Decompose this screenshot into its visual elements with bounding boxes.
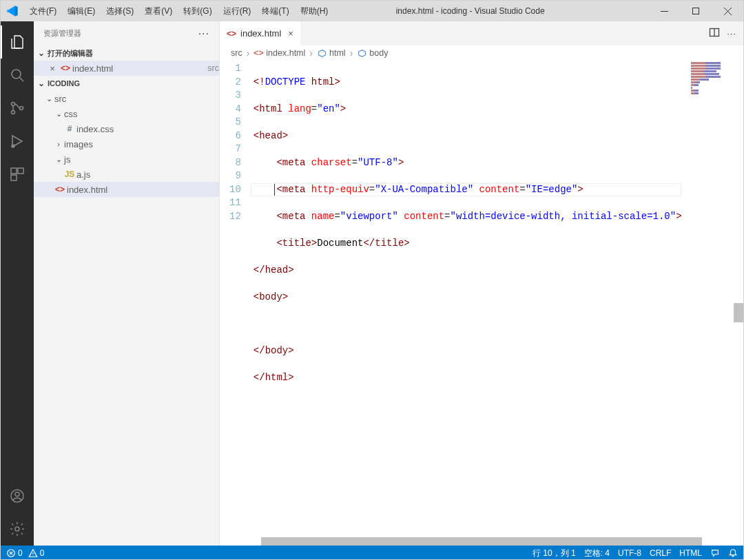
svg-point-11 [15,527,19,531]
explorer-sidebar: 资源管理器 ··· ⌄ 打开的编辑器 × <> index.html src ⌄… [34,21,220,546]
status-bar: 0 0 行 10，列 1 空格: 4 UTF-8 CRLF HTML [1,546,743,560]
search-activity[interactable] [1,59,34,92]
menu-run[interactable]: 运行(R) [218,1,257,21]
svg-point-2 [12,103,15,106]
open-editors-label: 打开的编辑器 [48,48,93,59]
menu-file[interactable]: 文件(F) [24,1,62,21]
folder-images[interactable]: › images [34,136,219,152]
status-warnings[interactable]: 0 [28,548,45,558]
status-spaces[interactable]: 空格: 4 [584,548,610,559]
account-activity[interactable] [1,479,34,512]
file-label: a.js [76,169,219,180]
svg-point-10 [15,492,19,497]
status-feedback-icon[interactable] [710,548,720,558]
extensions-activity[interactable] [1,158,34,191]
explorer-activity[interactable] [1,25,34,59]
open-editor-name: index.html [72,63,205,74]
file-indexcss[interactable]: # index.css [34,121,219,136]
more-actions-icon[interactable]: ··· [727,28,736,39]
status-encoding[interactable]: UTF-8 [618,548,641,558]
symbol-icon [357,48,366,58]
js-file-icon: JS [63,169,76,179]
close-window-button[interactable] [712,1,743,21]
open-editors-section[interactable]: ⌄ 打开的编辑器 [34,45,219,61]
folder-css[interactable]: ⌄ css [34,106,219,121]
menu-go[interactable]: 转到(G) [178,1,217,21]
tab-label: index.html [240,28,281,39]
status-bell-icon[interactable] [728,548,738,558]
svg-point-1 [12,70,21,79]
menu-edit[interactable]: 编辑(E) [62,1,101,21]
file-label: index.css [76,124,219,134]
html-file-icon: <> [59,63,72,73]
close-editor-icon[interactable]: × [46,63,59,74]
tabs-bar: <> index.html × ··· [220,21,743,45]
vscode-logo [1,5,24,17]
menu-selection[interactable]: 选择(S) [101,1,139,21]
status-eol[interactable]: CRLF [650,548,671,558]
open-editor-item[interactable]: × <> index.html src [34,61,219,76]
editor-group: <> index.html × ··· src › <> index.html … [220,21,743,546]
title-bar: 文件(F) 编辑(E) 选择(S) 查看(V) 转到(G) 运行(R) 终端(T… [1,1,743,21]
split-editor-icon[interactable] [709,27,720,40]
folder-js[interactable]: ⌄ js [34,152,219,167]
html-file-icon: <> [53,185,67,194]
folder-label: css [64,109,219,119]
svg-point-4 [20,107,23,110]
sidebar-more-icon[interactable]: ··· [198,28,209,40]
maximize-button[interactable] [680,1,712,21]
minimize-button[interactable] [648,1,680,21]
breadcrumbs[interactable]: src › <> index.html › html › body [220,45,743,61]
run-activity[interactable] [1,125,34,158]
svg-rect-0 [692,8,699,14]
line-gutter: 1 2 3 4 5 6 7 8 9 10 11 12 [220,61,254,537]
status-language[interactable]: HTML [679,548,702,558]
folder-src[interactable]: ⌄ src [34,91,219,106]
window-title: index.html - icoding - Visual Studio Cod… [333,6,648,16]
editor-area[interactable]: 1 2 3 4 5 6 7 8 9 10 11 12 <!DOCTYPE htm… [220,61,743,537]
breadcrumb-html[interactable]: html [329,48,346,58]
folder-label: src [54,94,219,104]
html-file-icon: <> [227,29,236,39]
menu-terminal[interactable]: 终端(T) [256,1,294,21]
svg-rect-7 [18,168,23,174]
vertical-scrollbar[interactable] [734,88,743,537]
horizontal-scrollbar[interactable] [220,537,743,546]
scm-activity[interactable] [1,92,34,125]
menu-help[interactable]: 帮助(H) [295,1,334,21]
status-lncol[interactable]: 行 10，列 1 [533,548,576,559]
file-ajs[interactable]: JS a.js [34,167,219,182]
sidebar-title: 资源管理器 [43,28,81,39]
menu-view[interactable]: 查看(V) [139,1,178,21]
file-label: index.html [67,185,219,195]
svg-rect-6 [11,168,17,174]
open-editor-desc: src [205,63,219,73]
close-tab-icon[interactable]: × [285,28,293,39]
breadcrumb-file[interactable]: index.html [266,48,305,58]
text-cursor [274,184,275,196]
breadcrumb-folder[interactable]: src [231,48,242,58]
file-indexhtml[interactable]: <> index.html [34,182,219,197]
status-errors[interactable]: 0 [6,548,23,558]
menubar: 文件(F) 编辑(E) 选择(S) 查看(V) 转到(G) 运行(R) 终端(T… [24,1,333,21]
html-file-icon: <> [254,48,263,58]
svg-point-3 [12,111,15,114]
symbol-icon [317,48,327,58]
folder-label: images [64,139,219,149]
svg-rect-8 [11,175,17,180]
settings-activity[interactable] [1,512,34,546]
css-file-icon: # [63,124,76,134]
code-content[interactable]: <!DOCTYPE html> <html lang="en"> <head> … [254,61,688,537]
folder-label: js [64,154,219,165]
activity-bar [1,21,34,546]
project-section-label: ICODING [48,79,80,87]
editor-tab[interactable]: <> index.html × [220,21,301,45]
project-section[interactable]: ⌄ ICODING [34,76,219,91]
breadcrumb-body[interactable]: body [369,48,388,58]
